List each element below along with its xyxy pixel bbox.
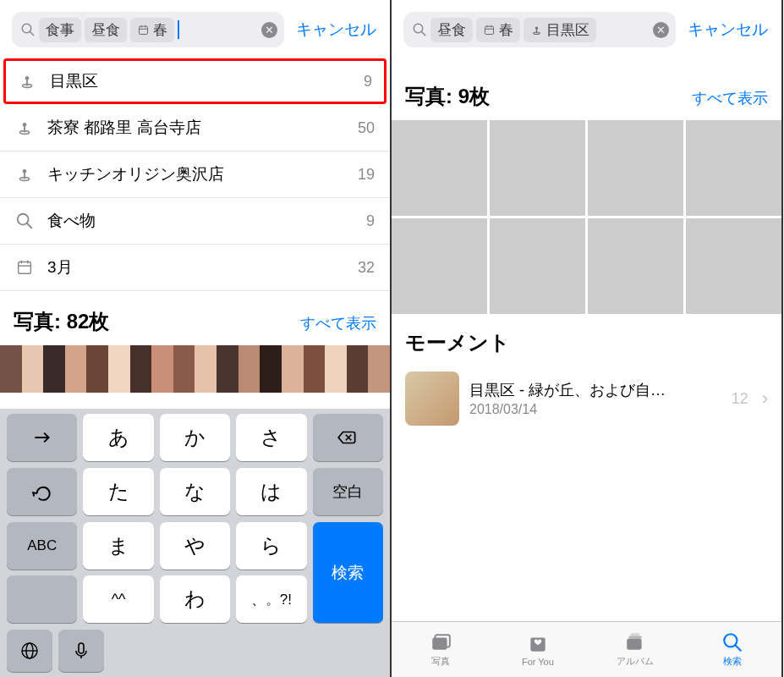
kb-undo-key[interactable] [7,468,77,515]
show-all-button[interactable]: すべて表示 [692,88,768,108]
calendar-icon [483,24,496,36]
tab-photos[interactable]: 写真 [392,622,489,677]
clear-search-button[interactable]: ✕ [653,22,669,38]
moment-thumbnail [405,372,459,426]
suggestion-count: 19 [358,166,375,184]
photo-thumbnail[interactable] [588,120,683,216]
pin-icon [18,72,36,91]
kb-key[interactable]: ^^ [83,575,153,623]
suggestion-row[interactable]: キッチンオリジン奥沢店 19 [0,151,390,198]
suggestion-count: 9 [366,212,375,230]
kb-abc-key[interactable]: ABC [7,522,77,570]
undo-icon [31,481,53,503]
tab-label: 検索 [723,655,742,668]
kb-key[interactable]: わ [160,575,230,623]
albums-icon [622,631,648,653]
search-token[interactable]: 昼食 [85,18,127,42]
suggestion-count: 50 [358,119,375,137]
search-tokens: 昼食 春 目黒区 [430,18,596,42]
chevron-right-icon: › [762,388,768,410]
moment-row[interactable]: 目黒区 - 緑が丘、および自… 2018/03/14 12 › [392,365,781,432]
kb-space-key[interactable]: 空白 [313,468,383,515]
photo-thumbnail[interactable] [686,120,781,216]
suggestion-row[interactable]: 茶寮 都路里 高台寺店 50 [0,105,390,151]
search-token[interactable]: 春 [476,18,520,42]
kb-key[interactable]: ま [83,522,153,570]
search-input[interactable]: 昼食 春 目黒区 ✕ [403,12,676,47]
text-cursor [178,20,179,39]
suggestion-label: 3月 [47,256,344,278]
moments-section: モーメント 目黒区 - 緑が丘、および自… 2018/03/14 12 › [392,314,781,432]
cancel-button[interactable]: キャンセル [683,19,773,41]
pin-icon [530,24,543,36]
search-token[interactable]: 食事 [39,18,81,42]
tab-label: アルバム [617,655,654,668]
kb-backspace-key[interactable] [313,414,383,461]
photo-thumbnail[interactable] [490,218,585,314]
tab-search[interactable]: 検索 [684,622,781,677]
search-icon [20,22,36,37]
search-input[interactable]: 食事 昼食 春 ✕ [12,12,284,47]
search-token[interactable]: 春 [130,18,174,42]
photos-title: 写真: 82枚 [14,308,109,335]
search-icon [412,22,427,37]
moments-heading: モーメント [392,329,781,365]
kb-key[interactable] [7,575,77,623]
photo-grid [392,120,781,314]
kb-key[interactable]: か [160,414,230,461]
photos-section: 写真: 82枚 すべて表示 [0,291,390,393]
suggestions-list: 目黒区 9 茶寮 都路里 高台寺店 50 キッチンオリジン奥沢店 19 食べ物 … [0,58,390,291]
moment-title: 目黒区 - 緑が丘、および自… [469,380,721,400]
calendar-icon [15,258,34,277]
suggestion-label: キッチンオリジン奥沢店 [47,163,344,185]
kb-arrow-key[interactable] [7,414,77,461]
suggestion-count: 32 [358,259,375,277]
suggestion-row[interactable]: 食べ物 9 [0,198,390,245]
clear-search-button[interactable]: ✕ [261,22,277,38]
screen-search-suggestions: 食事 昼食 春 ✕ キャンセル 目黒区 9 茶寮 都路里 高台寺店 50 キッチ… [0,0,392,677]
search-token[interactable]: 目黒区 [524,18,596,42]
backspace-icon [337,427,359,449]
kb-key[interactable]: ら [236,522,306,570]
search-tokens: 食事 昼食 春 [39,18,174,42]
photo-thumbnail[interactable] [490,120,585,216]
globe-icon [19,641,40,661]
arrow-right-icon [31,427,53,449]
for-you-icon [525,633,551,655]
suggestion-row[interactable]: 目黒区 9 [3,58,387,104]
kb-search-key[interactable]: 検索 [313,522,383,623]
tab-albums[interactable]: アルバム [587,622,684,677]
suggestion-label: 目黒区 [50,70,350,92]
search-icon [720,631,745,653]
tab-label: For You [522,657,554,667]
kb-key[interactable]: は [236,468,306,515]
tab-for-you[interactable]: For You [489,622,586,677]
tab-label: 写真 [431,655,450,668]
tab-bar: 写真 For You アルバム 検索 [392,621,781,677]
suggestion-label: 食べ物 [47,210,353,232]
moment-date: 2018/03/14 [469,402,721,417]
photo-thumbnail[interactable] [588,218,683,314]
pin-icon [15,118,34,137]
search-icon [15,212,34,230]
calendar-icon [137,24,150,36]
mic-icon [71,641,91,661]
kb-mic-key[interactable] [58,630,104,672]
kb-key[interactable]: や [160,522,230,570]
show-all-button[interactable]: すべて表示 [300,313,376,333]
kb-key[interactable]: た [83,468,153,515]
photo-thumbnail[interactable] [392,120,487,216]
kb-key[interactable]: あ [83,414,153,461]
kb-key[interactable]: さ [236,414,306,461]
photo-thumbnail[interactable] [392,218,487,314]
cancel-button[interactable]: キャンセル [291,19,381,41]
suggestion-row[interactable]: 3月 32 [0,245,390,291]
photo-thumbnails[interactable] [0,345,390,393]
kb-key[interactable]: な [160,468,230,515]
moment-count: 12 [732,390,748,408]
screen-search-results: 昼食 春 目黒区 ✕ キャンセル 写真: 9枚 すべて表示 モーメント [392,0,783,677]
search-token[interactable]: 昼食 [430,18,473,42]
kb-key[interactable]: 、。?! [236,575,306,623]
kb-globe-key[interactable] [7,630,52,672]
photo-thumbnail[interactable] [686,218,781,314]
